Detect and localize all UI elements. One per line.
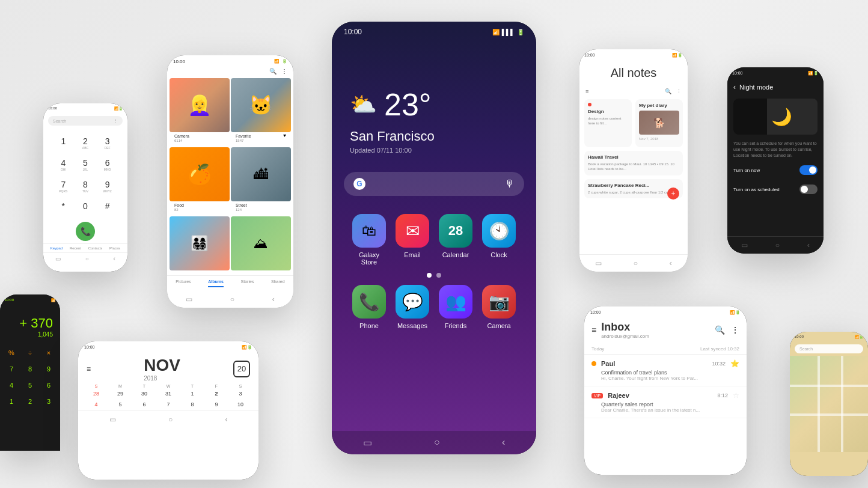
calc-btn-divide[interactable]: ÷ (21, 345, 39, 361)
notes-nav-recent[interactable]: ▭ (595, 259, 602, 267)
cal-day-29[interactable]: 29 (108, 388, 132, 399)
calc-btn-1[interactable]: 1 (2, 394, 20, 409)
nav-back-icon[interactable]: ‹ (502, 437, 505, 448)
gallery-nav-home[interactable]: ○ (230, 295, 234, 303)
gallery-nav-back[interactable]: ‹ (272, 295, 275, 303)
calc-btn-8[interactable]: 8 (21, 361, 39, 377)
key-8[interactable]: 8TUV (75, 176, 96, 197)
keypad-nav-home[interactable]: ○ (85, 255, 89, 262)
cal-day-3[interactable]: 3 (228, 388, 252, 399)
calc-btn-x[interactable]: × (40, 345, 58, 361)
key-star[interactable]: * (53, 198, 74, 215)
tab-keypad[interactable]: Keypad (50, 246, 63, 250)
notes-search-icon[interactable]: 🔍 (665, 88, 671, 94)
cal-nav-recent[interactable]: ▭ (109, 415, 116, 424)
cal-day-31[interactable]: 31 (156, 388, 180, 399)
email-rajeev-star[interactable]: ☆ (733, 391, 739, 400)
cal-day-28[interactable]: 28 (84, 388, 108, 399)
keypad-search[interactable]: Search ⋮ (48, 116, 123, 126)
cal-day-30[interactable]: 30 (132, 388, 156, 399)
cal-day-1[interactable]: 1 (180, 388, 204, 399)
email-search-icon[interactable]: 🔍 (715, 325, 725, 335)
cal-today-badge[interactable]: 20 (233, 361, 250, 377)
night-nav-back[interactable]: ‹ (807, 241, 810, 249)
gallery-item-6[interactable]: ⛰ (231, 216, 291, 270)
key-7[interactable]: 7PQRS (53, 176, 74, 197)
tab-recent[interactable]: Recent (70, 246, 81, 250)
email-menu-icon[interactable]: ≡ (591, 325, 596, 335)
cal-day-5[interactable]: 5 (108, 399, 132, 410)
notes-menu-icon[interactable]: ≡ (585, 88, 588, 94)
key-9[interactable]: 9WXYZ (97, 176, 118, 197)
tab-places[interactable]: Places (109, 246, 120, 250)
keypad-nav-recent[interactable]: ▭ (55, 255, 61, 262)
calc-btn-7[interactable]: 7 (2, 361, 20, 377)
email-more-icon[interactable]: ⋮ (731, 325, 739, 335)
note-pet-diary[interactable]: My pet diary 🐕 Nov 7, 2018 (635, 99, 683, 147)
google-search-bar[interactable]: G 🎙 (344, 172, 524, 196)
gallery-item-food[interactable]: 🍊 Food 82 (170, 147, 230, 215)
note-strawberry[interactable]: Strawberry Pancake Reci... 2 cups white … (584, 179, 683, 198)
app-clock[interactable]: 🕙 Clock (482, 214, 516, 266)
app-calendar[interactable]: 28 Calendar (439, 214, 472, 266)
cal-day-4[interactable]: 4 (84, 399, 108, 410)
calc-btn-6[interactable]: 6 (40, 377, 58, 393)
key-4[interactable]: 4GHI (53, 154, 74, 175)
note-hawaii[interactable]: Hawaii Travel Book a vacation package to… (584, 151, 683, 175)
nav-home-icon[interactable]: ○ (434, 437, 440, 448)
nav-recent-icon[interactable]: ▭ (363, 437, 372, 448)
tab-contacts[interactable]: Contacts (88, 246, 103, 250)
key-5[interactable]: 5JKL (75, 154, 96, 175)
toggle-on[interactable] (799, 165, 818, 175)
app-email[interactable]: ✉ Email (396, 214, 429, 266)
notes-more-icon[interactable]: ⋮ (676, 88, 682, 94)
cal-nav-home[interactable]: ○ (168, 415, 173, 424)
cal-nav-back[interactable]: ‹ (225, 415, 227, 424)
tab-stories[interactable]: Stories (241, 279, 254, 287)
email-paul-star[interactable]: ⭐ (730, 359, 739, 368)
search-more[interactable]: ⋮ (114, 118, 118, 123)
calc-btn-5[interactable]: 5 (21, 377, 39, 393)
calc-btn-3[interactable]: 3 (40, 394, 58, 409)
gallery-item-5[interactable]: 👨‍👩‍👧‍👦 (170, 216, 230, 270)
toggle-scheduled[interactable] (799, 185, 818, 194)
keypad-nav-back[interactable]: ‹ (113, 255, 115, 262)
cal-day-9[interactable]: 9 (204, 399, 228, 410)
key-2[interactable]: 2ABC (75, 133, 96, 153)
tab-pictures[interactable]: Pictures (176, 279, 191, 287)
night-nav-home[interactable]: ○ (775, 241, 780, 249)
key-1[interactable]: 1 (53, 133, 74, 153)
gallery-nav-recent[interactable]: ▭ (186, 295, 192, 303)
night-back-icon[interactable]: ‹ (733, 83, 736, 91)
gallery-item-favorite[interactable]: 🐱 Favorite ♥ 1547 (231, 78, 291, 146)
app-galaxy-store[interactable]: 🛍 GalaxyStore (352, 214, 386, 266)
notes-nav-home[interactable]: ○ (634, 259, 638, 267)
tab-albums[interactable]: Albums (208, 279, 224, 287)
calc-btn-9[interactable]: 9 (40, 361, 58, 377)
key-6[interactable]: 6MNO (97, 154, 118, 175)
email-item-paul[interactable]: Paul 10:32 ⭐ Confirmation of travel plan… (584, 355, 747, 386)
gallery-item-street[interactable]: 🏙 Street 124 (231, 147, 291, 215)
app-friends[interactable]: 👥 Friends (439, 285, 472, 329)
cal-day-8[interactable]: 8 (180, 399, 204, 410)
key-3[interactable]: 3DEF (97, 133, 118, 153)
night-nav-recent[interactable]: ▭ (741, 241, 748, 249)
tab-shared[interactable]: Shared (271, 279, 285, 287)
calc-btn-4[interactable]: 4 (2, 377, 20, 393)
cal-day-2[interactable]: 2 (204, 388, 228, 399)
cal-menu-icon[interactable]: ≡ (87, 365, 91, 373)
gallery-search-icon[interactable]: 🔍 (269, 68, 277, 75)
note-design[interactable]: Design design notes content here to fill… (584, 99, 632, 147)
gallery-item-camera[interactable]: 👱‍♀️ Camera 6114 (170, 78, 230, 146)
calc-btn-2[interactable]: 2 (21, 394, 39, 409)
cal-day-10[interactable]: 10 (228, 399, 252, 410)
email-item-rajeev[interactable]: VIP Rajeev 8:12 ☆ Quarterly sales report… (584, 386, 747, 418)
key-hash[interactable]: # (97, 198, 118, 215)
cal-day-6[interactable]: 6 (132, 399, 156, 410)
app-messages[interactable]: 💬 Messages (396, 285, 429, 329)
key-0[interactable]: 0 (75, 198, 96, 215)
notes-nav-back[interactable]: ‹ (670, 259, 672, 267)
map-search-bar[interactable]: Search (795, 344, 863, 353)
calc-btn-percent[interactable]: % (2, 345, 20, 361)
call-button[interactable]: 📞 (76, 222, 95, 241)
